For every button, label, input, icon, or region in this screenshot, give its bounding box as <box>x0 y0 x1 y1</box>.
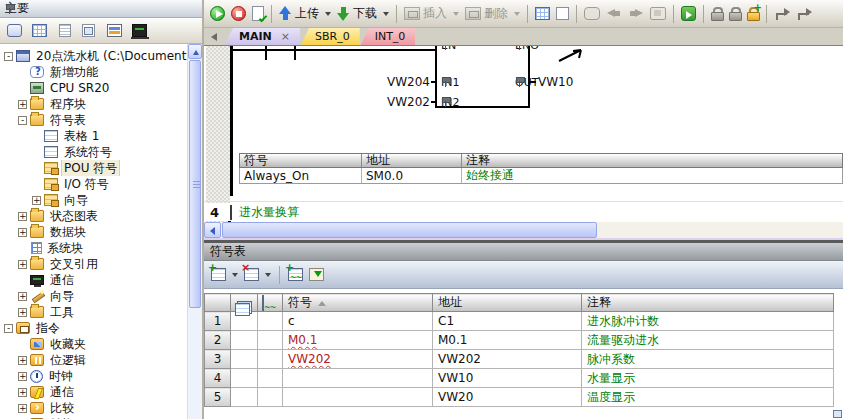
tab-int_0[interactable]: INT_0 <box>361 28 416 45</box>
tree-item[interactable]: -20点洗水机 (C:\Documents a <box>0 48 187 64</box>
bookmark-button[interactable] <box>582 3 602 25</box>
view-document-grid-button[interactable] <box>81 23 99 39</box>
unused-cell[interactable] <box>258 369 283 388</box>
tree-item[interactable]: +通信 <box>0 384 187 400</box>
comment-cell[interactable]: 脉冲系数 <box>582 350 834 369</box>
add-symbol-table-button[interactable]: + <box>209 264 228 286</box>
view-window-button[interactable] <box>6 23 24 39</box>
tree-item[interactable]: +工具 <box>0 304 187 320</box>
address-column-header[interactable]: 地址 <box>433 294 582 312</box>
snapshot-button[interactable] <box>648 3 668 25</box>
comment-cell[interactable]: 流量驱动进水 <box>582 331 834 350</box>
overlap-cell[interactable] <box>231 350 258 369</box>
unused-cell[interactable] <box>258 350 283 369</box>
scrollbar-thumb[interactable] <box>189 60 201 308</box>
tree-item[interactable]: 收藏夹 <box>0 336 187 352</box>
expand-icon[interactable]: + <box>18 212 27 221</box>
tree-item[interactable]: 通信 <box>0 272 187 288</box>
symbol-cell[interactable]: c <box>283 312 433 331</box>
collapse-icon[interactable]: - <box>18 116 27 125</box>
expand-icon[interactable]: + <box>18 388 27 397</box>
tree-item[interactable]: I/O 符号 <box>0 176 187 192</box>
verify-symbols-button[interactable]: +~~ <box>286 264 305 286</box>
unlock-button[interactable] <box>727 3 743 25</box>
scroll-up-icon[interactable] <box>188 44 202 59</box>
upload-button[interactable]: 上传 <box>277 3 321 25</box>
unused-header-cell[interactable]: ~~ <box>258 294 283 312</box>
expand-icon[interactable]: + <box>18 100 27 109</box>
in1-operand[interactable]: VW204 <box>380 75 430 89</box>
tree-item[interactable]: +交叉引用 <box>0 256 187 272</box>
insert-button[interactable]: 插入 <box>402 3 449 25</box>
tree-item[interactable]: +向导 <box>0 192 187 208</box>
tree-item[interactable]: +位逻辑 <box>0 352 187 368</box>
hscrollbar-thumb[interactable] <box>222 222 597 238</box>
collapse-icon[interactable]: - <box>4 52 13 61</box>
unused-cell[interactable] <box>258 388 283 407</box>
info-table-row[interactable]: Always_On SM0.0 始终接通 <box>239 168 843 184</box>
tree-scrollbar[interactable] <box>187 44 202 419</box>
tree-item[interactable]: 系统符号 <box>0 144 187 160</box>
symbol-cell[interactable] <box>283 388 433 407</box>
editor-hscrollbar[interactable] <box>204 222 843 238</box>
apply-symbols-button[interactable] <box>307 264 326 286</box>
pou-cascade-button[interactable] <box>533 3 552 25</box>
tree-item[interactable]: +状态图表 <box>0 208 187 224</box>
address-cell[interactable]: VW202 <box>433 350 582 369</box>
symbol-cell[interactable] <box>283 369 433 388</box>
function-block[interactable]: EN ENO IN1 IN2 OUT <box>435 46 530 108</box>
run-button[interactable] <box>208 3 227 25</box>
download-button[interactable]: 下载 <box>335 3 379 25</box>
address-cell[interactable]: VW10 <box>433 369 582 388</box>
tree-item[interactable]: +时钟 <box>0 368 187 384</box>
tab-sbr_0[interactable]: SBR_0 <box>301 28 360 45</box>
tree-item[interactable]: CPU SR20 <box>0 80 187 96</box>
upload-dropdown-icon[interactable] <box>325 12 331 16</box>
expand-icon[interactable]: + <box>18 228 27 237</box>
row-number-cell[interactable]: 4 <box>205 369 231 388</box>
unused-cell[interactable] <box>258 312 283 331</box>
prev-bookmark-button[interactable] <box>604 3 624 25</box>
tab-close-icon[interactable]: × <box>281 30 290 43</box>
tree-item[interactable]: +程序块 <box>0 96 187 112</box>
overlap-header-cell[interactable] <box>231 294 258 312</box>
tree-item[interactable]: POU 符号 <box>0 160 187 176</box>
pin-icon[interactable] <box>5 3 14 15</box>
go-button[interactable] <box>679 3 698 25</box>
compile-button[interactable] <box>250 3 266 25</box>
network-4-header[interactable]: 4 进水量换算 <box>204 203 843 221</box>
add-table-dropdown-icon[interactable] <box>232 273 238 277</box>
expand-icon[interactable]: + <box>18 372 27 381</box>
view-monitor-button[interactable] <box>131 23 149 39</box>
tree-item[interactable]: -指令 <box>0 320 187 336</box>
download-dropdown-icon[interactable] <box>383 12 389 16</box>
overlap-cell[interactable] <box>231 369 258 388</box>
ladder-editor[interactable]: EN ENO IN1 IN2 OUT VW204 VW202 VW10 符号 地… <box>204 46 843 222</box>
comment-cell[interactable]: 水量显示 <box>582 369 834 388</box>
out-operand[interactable]: VW10 <box>538 75 573 89</box>
tree-item[interactable]: 新增功能 <box>0 64 187 80</box>
comment-cell[interactable]: 温度显示 <box>582 388 834 407</box>
overlap-cell[interactable] <box>231 388 258 407</box>
expand-icon[interactable]: + <box>18 404 27 413</box>
view-document-button[interactable] <box>56 23 74 39</box>
symbol-cell[interactable]: M0.1 <box>283 331 433 350</box>
tree-item[interactable]: +比较 <box>0 400 187 416</box>
overlap-cell[interactable] <box>231 331 258 350</box>
row-number-cell[interactable]: 1 <box>205 312 231 331</box>
expand-icon[interactable]: + <box>18 260 27 269</box>
stop-button[interactable] <box>229 3 248 25</box>
expand-icon[interactable]: + <box>18 356 27 365</box>
expand-icon[interactable]: + <box>32 196 41 205</box>
tab-main[interactable]: MAIN× <box>225 28 300 45</box>
expand-icon[interactable]: + <box>18 292 27 301</box>
unused-cell[interactable] <box>258 331 283 350</box>
insert-dropdown-icon[interactable] <box>453 12 459 16</box>
branch-down-button[interactable] <box>794 3 814 25</box>
add-password-button[interactable]: + <box>745 3 761 25</box>
tree-item[interactable]: +向导 <box>0 288 187 304</box>
address-cell[interactable]: M0.1 <box>433 331 582 350</box>
symbol-column-header[interactable]: 符号 <box>283 294 433 312</box>
next-bookmark-button[interactable] <box>626 3 646 25</box>
network-title[interactable]: 进水量换算 <box>239 204 299 221</box>
